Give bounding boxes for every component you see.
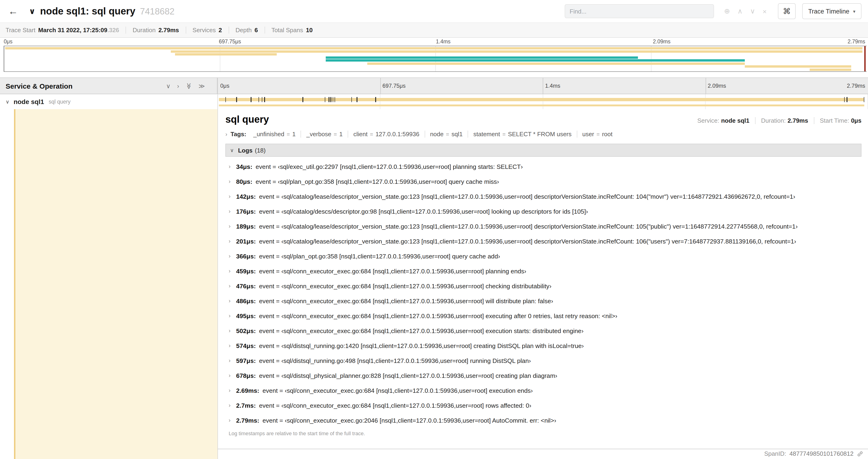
tags-label[interactable]: Tags:	[230, 131, 246, 138]
log-marker-tick	[864, 97, 864, 102]
tag-item[interactable]: user=root	[577, 131, 618, 138]
span-meta-item: Start Time:0μs	[814, 117, 862, 124]
minimap-canvas[interactable]	[4, 46, 867, 72]
log-event-text: event = ‹sql/conn_executor_exec.go:684 […	[259, 402, 531, 409]
summary-value-suffix: .326	[107, 27, 119, 34]
chevron-right-icon: ›	[229, 417, 236, 424]
tag-equals: =	[370, 131, 373, 138]
ruler-gridline	[543, 78, 543, 94]
find-input[interactable]	[564, 4, 714, 18]
deep-link-icon[interactable]	[857, 450, 863, 457]
tag-item[interactable]: statement=SELECT * FROM users	[468, 131, 577, 138]
log-entry[interactable]: › 597μs: event = ‹sql/distsql_running.go…	[225, 353, 862, 368]
collapse-all-icon[interactable]: ≫	[185, 83, 192, 89]
log-timestamp: 459μs:	[236, 267, 256, 274]
span-duration-bar[interactable]	[219, 98, 864, 101]
prev-result-icon[interactable]: ∧	[737, 7, 742, 15]
keyboard-shortcuts-button[interactable]: ⌘	[778, 3, 796, 19]
minimap-tick: 0μs	[4, 39, 12, 44]
logs-header[interactable]: ∨ Logs (18)	[225, 144, 862, 157]
minimap-span-bar	[175, 53, 277, 56]
tag-item[interactable]: _verbose=1	[301, 131, 348, 138]
tag-item[interactable]: _unfinished=1	[248, 131, 301, 138]
tag-value: 1	[339, 131, 343, 138]
log-event-text: event = ‹sql/conn_executor_exec.go:684 […	[262, 387, 533, 394]
log-entry[interactable]: › 486μs: event = ‹sql/conn_executor_exec…	[225, 293, 862, 308]
log-entry[interactable]: › 189μs: event = ‹sql/catalog/lease/desc…	[225, 219, 862, 234]
minimap-span-bar	[170, 50, 862, 53]
chevron-right-icon: ›	[229, 372, 236, 379]
log-timestamp: 201μs:	[236, 238, 256, 245]
summary-item: Services2	[186, 27, 228, 34]
log-entry[interactable]: › 2.7ms: event = ‹sql/conn_executor_exec…	[225, 398, 862, 413]
log-event-text: event = ‹sql/conn_executor_exec.go:684 […	[259, 327, 583, 334]
log-entry[interactable]: › 502μs: event = ‹sql/conn_executor_exec…	[225, 323, 862, 338]
log-entry[interactable]: › 2.79ms: event = ‹sql/conn_executor_exe…	[225, 413, 862, 428]
logs-count: (18)	[255, 147, 266, 154]
tags-row: › Tags: _unfinished=1 _verbose=1 client=…	[225, 131, 862, 138]
tag-key: statement	[473, 131, 500, 138]
ruler-tick-label: 2.09ms	[708, 83, 726, 89]
log-marker-tick	[356, 97, 357, 102]
tag-item[interactable]: client=127.0.0.1:59936	[348, 131, 425, 138]
log-timestamp: 366μs:	[236, 253, 256, 260]
log-event-text: event = ‹sql/conn_executor_exec.go:2046 …	[262, 417, 556, 424]
log-timestamp: 80μs:	[236, 178, 252, 185]
span-name-cell[interactable]: ∨ node sql1 sql query	[0, 94, 217, 109]
log-entry[interactable]: › 176μs: event = ‹sql/catalog/descs/desc…	[225, 204, 862, 219]
back-button[interactable]: ←	[5, 3, 22, 20]
tag-key: node	[430, 131, 443, 138]
chevron-right-icon: ›	[229, 178, 236, 185]
span-meta-value: 2.79ms	[787, 117, 808, 124]
chevron-right-icon[interactable]: ›	[225, 131, 227, 137]
collapse-one-icon[interactable]: ∨	[166, 82, 170, 89]
tag-value: 1	[292, 131, 296, 138]
span-detail-title: sql query	[225, 114, 269, 125]
log-entry[interactable]: › 476μs: event = ‹sql/conn_executor_exec…	[225, 278, 862, 293]
summary-label: Duration	[133, 27, 156, 34]
service-operation-header: Service & Operation ∨ › ≫ ≫	[0, 78, 217, 94]
log-entry[interactable]: › 201μs: event = ‹sql/catalog/lease/desc…	[225, 234, 862, 249]
chevron-right-icon: ›	[229, 342, 236, 349]
log-entry[interactable]: › 459μs: event = ‹sql/conn_executor_exec…	[225, 264, 862, 278]
span-meta-label: Service:	[697, 117, 719, 124]
log-entry[interactable]: › 80μs: event = ‹sql/plan_opt.go:358 [ns…	[225, 174, 862, 189]
tag-item[interactable]: node=sql1	[425, 131, 468, 138]
log-event-text: event = ‹sql/plan_opt.go:358 [nsql1,clie…	[259, 253, 500, 260]
next-result-icon[interactable]: ∨	[750, 7, 755, 15]
span-collapse-chevron-icon[interactable]: ∨	[6, 99, 9, 105]
ruler-tick-label: 697.75μs	[382, 83, 406, 89]
tag-value: sql1	[452, 131, 463, 138]
logs-note: Log timestamps are relative to the start…	[225, 431, 862, 436]
log-timestamp: 678μs:	[236, 372, 256, 379]
log-entry[interactable]: › 495μs: event = ‹sql/conn_executor_exec…	[225, 308, 862, 323]
trace-view-select[interactable]: Trace Timeline ▾	[802, 3, 862, 19]
collapse-trace-chevron-icon[interactable]: ∨	[29, 6, 35, 16]
span-meta-item: Duration:2.79ms	[755, 117, 808, 124]
chevron-right-icon: ›	[229, 357, 236, 364]
log-entry[interactable]: › 34μs: event = ‹sql/exec_util.go:2297 […	[225, 159, 862, 174]
log-event-text: event = ‹sql/catalog/lease/descriptor_ve…	[259, 238, 796, 245]
log-event-text: event = ‹sql/conn_executor_exec.go:684 […	[259, 312, 617, 319]
log-entry[interactable]: › 366μs: event = ‹sql/plan_opt.go:358 [n…	[225, 249, 862, 264]
log-marker-tick	[847, 97, 847, 102]
log-entry[interactable]: › 678μs: event = ‹sql/distsql_physical_p…	[225, 368, 862, 383]
tag-value: SELECT * FROM users	[508, 131, 572, 138]
expand-all-icon[interactable]: ≫	[198, 82, 205, 89]
log-entry[interactable]: › 142μs: event = ‹sql/catalog/lease/desc…	[225, 189, 862, 204]
column-splitter[interactable]	[217, 77, 218, 459]
ruler-gridline	[380, 78, 380, 94]
log-entry[interactable]: › 574μs: event = ‹sql/distsql_running.go…	[225, 338, 862, 353]
tag-value: root	[602, 131, 613, 138]
expand-one-icon[interactable]: ›	[177, 82, 179, 89]
log-timestamp: 476μs:	[236, 283, 256, 289]
focus-icon[interactable]: ⊕	[724, 7, 730, 15]
minimap-span-bar	[326, 56, 638, 59]
clear-search-icon[interactable]: ×	[763, 7, 767, 15]
log-entry[interactable]: › 2.69ms: event = ‹sql/conn_executor_exe…	[225, 383, 862, 398]
log-marker-tick	[334, 97, 335, 102]
minimap-span-bar	[745, 65, 851, 68]
timeline-gridline	[705, 94, 706, 109]
ruler-gridline	[705, 78, 706, 94]
summary-value: 2.79ms	[158, 27, 179, 34]
